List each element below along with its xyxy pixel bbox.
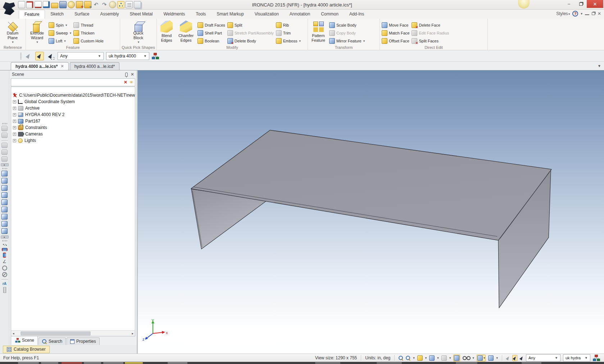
standard-view-icon[interactable] — [1, 228, 8, 234]
select-tool-status[interactable] — [512, 355, 517, 361]
custom-hole-button[interactable]: Custom Hole — [73, 37, 104, 45]
combo-dropdown-icon[interactable]: ▼ — [582, 356, 588, 360]
viewport-3d[interactable]: Y x z — [137, 70, 604, 354]
zoom-window-icon[interactable] — [406, 356, 410, 360]
tree-options-icon[interactable]: ✳ — [130, 80, 133, 85]
tab-annotation[interactable]: Annotation — [284, 10, 315, 19]
view-option-icon[interactable] — [1, 143, 8, 148]
quick-block-button[interactable]: Quick Block — [128, 20, 149, 45]
sweep-button[interactable]: Sweep — [49, 29, 71, 37]
styles-dropdown[interactable]: Styles — [556, 11, 570, 16]
dropdown-arrow-icon[interactable]: ▾ — [472, 356, 474, 360]
pin-icon[interactable] — [125, 73, 128, 77]
tab-list-dropdown-icon[interactable]: ▼ — [598, 64, 601, 68]
measure-vertical-icon[interactable] — [3, 253, 6, 258]
horizontal-scrollbar[interactable]: ◂ ▸ — [11, 330, 135, 336]
close-button[interactable]: ✕ — [587, 0, 603, 8]
doc-restore-icon[interactable] — [592, 12, 595, 15]
camera-icon[interactable] — [1, 133, 8, 138]
measure-radius-icon[interactable] — [2, 266, 7, 271]
box-select-tool[interactable] — [46, 52, 55, 60]
spin-button[interactable]: Spin — [49, 22, 71, 29]
expand-icon[interactable]: + — [13, 120, 16, 123]
zoom-in-icon[interactable] — [399, 356, 403, 360]
restore-button[interactable] — [575, 0, 587, 8]
scroll-right-icon[interactable]: ▸ — [132, 332, 133, 335]
close-tab-icon[interactable]: ✕ — [60, 64, 64, 69]
expand-icon[interactable]: + — [13, 133, 16, 136]
scale-body-button[interactable]: Scale Body — [329, 22, 365, 29]
datum-plane-button[interactable]: Datum Plane — [2, 20, 23, 45]
selection-filter-combo[interactable]: Any▼ — [58, 52, 104, 60]
clear-filter-icon[interactable]: ✕ — [124, 80, 127, 85]
zoom-dropdown-icon[interactable]: ▾ — [413, 356, 415, 360]
new-shape-icon[interactable] — [417, 355, 423, 361]
pattern-feature-button[interactable]: Pattern Feature — [310, 20, 327, 45]
add-camera-icon[interactable] — [1, 126, 8, 131]
tab-surface[interactable]: Surface — [69, 10, 95, 19]
blend-edges-button[interactable]: Blend Edges — [159, 20, 174, 45]
dropdown-arrow-icon[interactable]: ▾ — [449, 356, 451, 360]
thicken-button[interactable]: Thicken — [73, 29, 104, 37]
move-face-button[interactable]: Move Face — [382, 22, 409, 29]
tab-add-ins[interactable]: Add-Ins — [344, 10, 369, 19]
box-select-cursor-icon[interactable] — [519, 355, 524, 360]
view-option-icon[interactable] — [1, 156, 8, 162]
measure-distance-icon[interactable]: ↖↘ — [3, 243, 6, 246]
scroll-left-icon[interactable]: ◂ — [13, 332, 14, 335]
dropdown-arrow-icon[interactable]: ▾ — [425, 356, 427, 360]
status-search-combo[interactable]: uk hydra▼ — [563, 354, 590, 361]
expand-icon[interactable]: + — [13, 126, 16, 129]
catalog-search-combo[interactable]: uk hydra 4000▼ — [106, 52, 149, 60]
dropdown-arrow-icon[interactable]: ▾ — [437, 356, 439, 360]
tab-sketch[interactable]: Sketch — [45, 10, 69, 19]
part-display-icon[interactable] — [488, 355, 494, 361]
tree-row[interactable]: + HYDRA 4000 REV 2 — [11, 111, 135, 118]
shell-part-button[interactable]: Shell Part — [197, 29, 225, 37]
trim-button[interactable]: Trim — [276, 29, 301, 37]
tab-smart-markup[interactable]: Smart Markup — [211, 10, 249, 19]
expand-icon[interactable]: + — [13, 113, 16, 116]
standard-view-icon[interactable] — [1, 199, 8, 205]
standard-view-icon[interactable] — [1, 214, 8, 220]
tree-row[interactable]: + Lights — [11, 137, 135, 144]
tree-row[interactable]: + Part167 — [11, 118, 135, 124]
tab-weldments[interactable]: Weldments — [158, 10, 190, 19]
view-option-icon[interactable] — [1, 149, 8, 155]
expand-icon[interactable]: + — [13, 107, 16, 110]
combo-dropdown-icon[interactable]: ▼ — [141, 54, 147, 58]
split-button[interactable]: Split — [227, 22, 274, 29]
delete-face-button[interactable]: Delete Face — [412, 22, 449, 29]
document-tab-ics[interactable]: hydra 4000 a...le.ics* ✕ — [11, 62, 69, 70]
tree-row-root[interactable]: C:\Users\Public\Documents\data\2015\word… — [11, 92, 135, 98]
scene-filter-box[interactable]: ✕ ✳ — [11, 78, 135, 86]
split-faces-button[interactable]: Split Faces — [412, 37, 449, 45]
measure-horizontal-icon[interactable] — [2, 248, 8, 251]
model-3d[interactable] — [138, 70, 604, 354]
leader-note-icon[interactable]: rA — [3, 282, 6, 286]
rib-button[interactable]: Rib — [276, 22, 301, 29]
tree-row[interactable]: + Constraints — [11, 124, 135, 131]
standard-view-icon[interactable] — [1, 207, 8, 212]
tab-assembly[interactable]: Assembly — [95, 10, 124, 19]
match-face-button[interactable]: Match Face — [382, 29, 409, 37]
tab-visualization[interactable]: Visualization — [249, 10, 284, 19]
shaded-render-toggle[interactable] — [453, 355, 460, 361]
help-dropdown-arrow-icon[interactable]: ▾ — [581, 12, 582, 15]
realistic-view-icon[interactable] — [463, 356, 470, 360]
ruler-icon[interactable] — [3, 287, 6, 293]
dropdown-arrow-icon[interactable]: ▾ — [496, 356, 498, 360]
doc-close-icon[interactable]: ✕ — [598, 11, 601, 16]
draft-faces-button[interactable]: Draft Faces — [197, 22, 225, 29]
grip-dots[interactable] — [2, 123, 7, 124]
tab-feature[interactable]: Feature — [19, 10, 45, 19]
thread-button[interactable]: Thread — [73, 22, 104, 29]
tree-row[interactable]: + Archive — [11, 105, 135, 111]
select-tool[interactable] — [35, 52, 44, 60]
chamfer-edges-button[interactable]: Chamfer Edges — [177, 20, 195, 45]
tab-common[interactable]: Common — [315, 10, 344, 19]
tab-tools[interactable]: Tools — [190, 10, 211, 19]
standard-view-icon[interactable] — [1, 192, 8, 198]
tree-row[interactable]: + Global Coordinate System — [11, 98, 135, 105]
divider[interactable] — [1, 140, 8, 140]
